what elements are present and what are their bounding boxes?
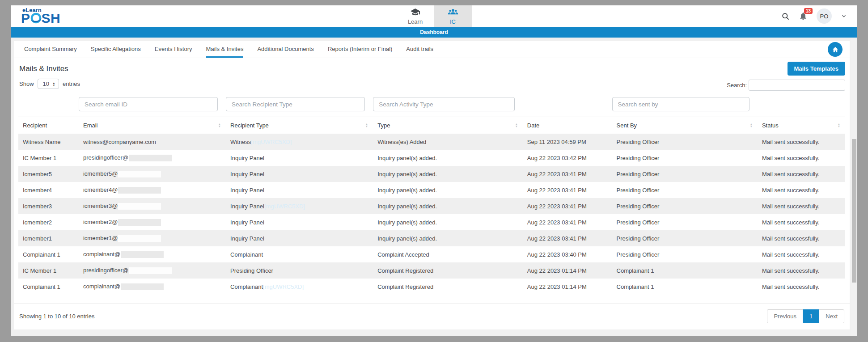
notification-badge: 13 [804,8,813,14]
watermark-text: [mgUWRC5XD] [251,139,292,145]
vertical-scrollbar[interactable] [851,38,857,336]
watermark-text: [mgUWRC5XD] [264,203,305,210]
filter-email-input[interactable] [79,97,218,111]
table-footer: Showing 1 to 10 of 10 entries Previous 1… [14,304,850,329]
redacted-email-block [118,203,161,210]
nav-item-learn[interactable]: Learn [397,5,434,27]
sort-icon[interactable]: ▲▼ [750,123,753,127]
nav-label-learn: Learn [408,18,423,25]
section-tabs: Complaint Summary Specific Allegations E… [14,41,850,58]
email-text: complainant@ [83,283,120,290]
page-title: Mails & Invites [19,64,80,73]
avatar[interactable]: PO [817,8,832,24]
notifications-button[interactable]: 13 [799,12,808,21]
table-row: IC Member 1 presidingofficer@ Presiding … [18,262,845,279]
spinner-arrows-icon: ▲▼ [52,82,55,86]
tab-complaint-summary[interactable]: Complaint Summary [24,41,77,58]
sort-icon[interactable]: ▲▼ [218,123,221,127]
page-body: Complaint Summary Specific Allegations E… [11,38,857,336]
show-entries-control: Show 10 ▲▼ entries [19,79,80,89]
redacted-email-block [121,283,164,290]
email-text: complainant@ [83,251,120,258]
filter-recipient-type-input[interactable] [226,97,365,111]
nav-label-ic: IC [450,18,456,25]
column-filter-row [18,94,845,117]
mails-templates-button[interactable]: Mails Templates [788,62,845,76]
content-head-left: Mails & Invites Show 10 ▲▼ entries [18,61,80,89]
watermark-text: [mgUWRC5XD] [263,283,304,290]
table-search: Search: [727,80,845,91]
show-label: Show [19,80,34,87]
email-text: presidingofficer@ [83,267,128,274]
tab-audit-trails[interactable]: Audit trails [406,41,433,58]
filter-activity-type-input[interactable] [373,97,515,111]
breadcrumb-label: Dashboard [420,29,448,35]
logo-o-swoosh-icon [30,13,42,25]
chevron-down-icon[interactable] [841,13,847,19]
column-header-recipient: Recipient [18,117,79,134]
redacted-email-block [118,171,161,177]
column-header-recipient-type[interactable]: Recipient Type▲▼ [226,117,373,134]
entries-length-value: 10 [43,80,49,87]
mails-invites-table: Recipient Email▲▼ Recipient Type▲▼ Type▲… [18,94,845,295]
sort-icon[interactable]: ▲▼ [515,123,518,127]
table-body: Witness Name witness@companyame.com Witn… [18,134,845,295]
redacted-email-block [129,267,172,274]
table-row: Complainant 1 complainant@ Complainant[m… [18,279,845,295]
header-actions: 13 PO [781,8,847,24]
tab-reports[interactable]: Reports (Interim or Final) [328,41,392,58]
next-page-button[interactable]: Next [819,309,844,323]
sort-icon[interactable]: ▲▼ [365,123,368,127]
table-row: Complainant 1 complainant@ Complainant C… [18,246,845,262]
page-1-button[interactable]: 1 [803,309,819,323]
entries-label: entries [63,80,80,87]
tab-mails-invites[interactable]: Mails & Invites [206,41,244,58]
email-text: witness@companyame.com [83,139,156,145]
email-text: icmember1@ [83,235,118,241]
email-text: icmember4@ [83,186,118,193]
sort-icon[interactable]: ▲▼ [838,123,841,127]
logo-main-text: P SH [21,12,60,25]
elearn-posh-logo[interactable]: eLearn P SH [21,7,60,25]
column-header-sent-by[interactable]: Sent By▲▼ [612,117,758,134]
scrollbar-thumb[interactable] [852,139,856,283]
previous-page-button[interactable]: Previous [767,309,803,323]
table-header-row: Recipient Email▲▼ Recipient Type▲▼ Type▲… [18,117,845,134]
entries-length-select[interactable]: 10 ▲▼ [38,79,59,89]
home-button[interactable] [828,42,843,57]
redacted-email-block [118,219,161,226]
table-row: Icmember2 icmember2@ Inquiry Panel Inqui… [18,214,845,230]
tab-events-history[interactable]: Events History [155,41,192,58]
graduation-cap-icon [410,7,420,17]
redacted-email-block [121,251,164,258]
search-label: Search: [727,82,747,89]
main-nav: Learn IC [397,5,472,27]
email-text: icmember2@ [83,219,118,225]
mails-invites-card: Complaint Summary Specific Allegations E… [14,41,850,329]
app-window: eLearn P SH Learn [11,5,857,336]
redacted-email-block [118,235,161,242]
filter-sent-by-input[interactable] [612,97,749,111]
nav-item-ic[interactable]: IC [434,5,472,27]
column-header-status[interactable]: Status▲▼ [758,117,845,134]
column-header-email[interactable]: Email▲▼ [79,117,226,134]
tab-specific-allegations[interactable]: Specific Allegations [91,41,141,58]
column-header-type[interactable]: Type▲▼ [373,117,523,134]
pagination: Previous 1 Next [767,309,844,323]
content-head-right: Mails Templates Search: [727,61,845,91]
content-area: Mails & Invites Show 10 ▲▼ entries Mails… [14,58,850,304]
search-icon[interactable] [781,12,790,21]
redacted-email-block [118,187,161,194]
table-row: Icmember1 icmember1@ Inquiry Panel Inqui… [18,230,845,246]
table-row: Witness Name witness@companyame.com Witn… [18,134,845,150]
table-row: Icmember5 icmember5@ Inquiry Panel Inqui… [18,166,845,182]
users-icon [448,7,458,17]
table-row: IC Member 1 presidingofficer@ Inquiry Pa… [18,150,845,166]
table-search-input[interactable] [749,80,845,91]
column-header-date[interactable]: Date [523,117,612,134]
content-head: Mails & Invites Show 10 ▲▼ entries Mails… [18,61,845,91]
breadcrumb[interactable]: Dashboard [11,27,857,38]
tab-additional-documents[interactable]: Additional Documents [257,41,313,58]
email-text: icmember3@ [83,203,118,209]
email-text: icmember5@ [83,170,118,177]
